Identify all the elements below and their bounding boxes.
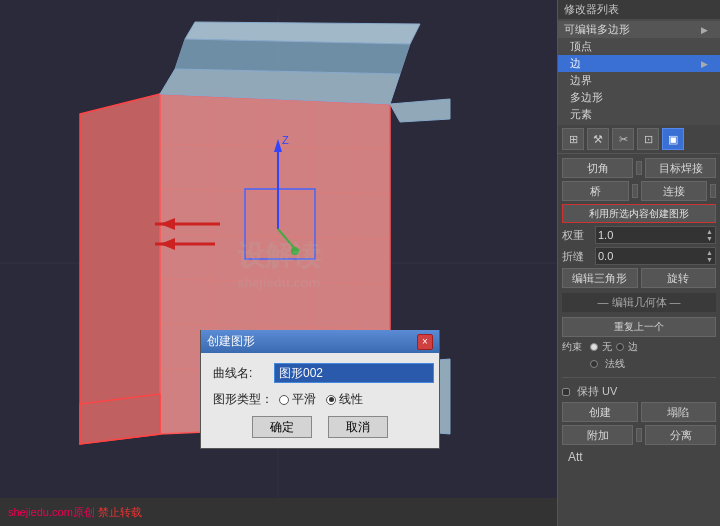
create-button[interactable]: 创建 [562, 402, 638, 422]
bottom-bar: shejiedu.com原创 禁止转载 [0, 498, 557, 526]
ep-header-arrow: ▶ [701, 25, 708, 35]
shape-type-label: 图形类型： [213, 391, 273, 408]
panel-controls: 切角 目标焊接 桥 连接 利用所选内容创建图形 权重 1.0 ▲▼ [558, 154, 720, 526]
radio-smooth[interactable]: 平滑 [279, 391, 316, 408]
ep-edge-arrow: ▶ [701, 59, 708, 69]
crease-label: 折缝 [562, 249, 592, 264]
constraint-face-row: 法线 [562, 357, 716, 371]
crease-spinbox[interactable]: 0.0 ▲▼ [595, 247, 716, 265]
weight-spinbox[interactable]: 1.0 ▲▼ [595, 226, 716, 244]
bottom-bar-text: shejiedu.com原创 禁止转载 [8, 505, 142, 520]
curve-name-row: 曲线名: [213, 363, 427, 383]
divider-1 [562, 377, 716, 378]
weight-row: 权重 1.0 ▲▼ [562, 226, 716, 244]
detach-button[interactable]: 分离 [645, 425, 716, 445]
chamfer-button[interactable]: 切角 [562, 158, 633, 178]
create-collapse-row: 创建 塌陷 [562, 402, 716, 422]
toolbar-icon-3[interactable]: ⊡ [637, 128, 659, 150]
bridge-button[interactable]: 桥 [562, 181, 629, 201]
edit-geometry-section: — 编辑几何体 — [562, 293, 716, 312]
svg-point-24 [291, 247, 299, 255]
dialog-buttons: 确定 取消 [213, 416, 427, 438]
ep-polygon[interactable]: 多边形 [558, 89, 720, 106]
constraint-edge-radio[interactable] [616, 343, 624, 351]
editable-poly-section: 可编辑多边形 ▶ 顶点 边 ▶ 边界 多边形 元素 [558, 19, 720, 125]
constraint-none-radio[interactable] [590, 343, 598, 351]
radio-linear-circle[interactable] [326, 395, 336, 405]
repeat-last-row: 重复上一个 [562, 317, 716, 337]
modifier-list-header: 修改器列表 [558, 0, 720, 19]
create-shape-row: 利用所选内容创建图形 [562, 204, 716, 223]
constraint-label: 约束 [562, 340, 587, 354]
cancel-button[interactable]: 取消 [328, 416, 388, 438]
radio-smooth-circle[interactable] [279, 395, 289, 405]
curve-name-input[interactable] [274, 363, 434, 383]
attach-detach-row: 附加 分离 [562, 425, 716, 445]
weight-spinbox-arrows[interactable]: ▲▼ [706, 228, 713, 242]
collapse-button[interactable]: 塌陷 [641, 402, 717, 422]
bridge-settings[interactable] [632, 184, 638, 198]
attach-settings[interactable] [636, 428, 642, 442]
svg-marker-7 [175, 39, 410, 74]
constraint-options: 无 边 [590, 340, 716, 354]
shape-type-radio-group: 平滑 线性 [279, 391, 363, 408]
att-text: Att [562, 448, 716, 466]
crease-spinbox-arrows[interactable]: ▲▼ [706, 249, 713, 263]
edit-tri-rotate-row: 编辑三角形 旋转 [562, 268, 716, 288]
ep-vertex[interactable]: 顶点 [558, 38, 720, 55]
attach-button[interactable]: 附加 [562, 425, 633, 445]
viewport-background: Z 设解读 shejiedu.com 设解读 shejiedu.co [0, 0, 557, 526]
svg-marker-3 [80, 94, 160, 444]
right-panel: 修改器列表 可编辑多边形 ▶ 顶点 边 ▶ 边界 多边形 元素 ⊞ ⚒ ✂ ⊡ … [557, 0, 720, 526]
connect-button[interactable]: 连接 [641, 181, 708, 201]
toolbar-icon-0[interactable]: ⊞ [562, 128, 584, 150]
toolbar-icon-1[interactable]: ⚒ [587, 128, 609, 150]
crease-row: 折缝 0.0 ▲▼ [562, 247, 716, 265]
chamfer-weld-row: 切角 目标焊接 [562, 158, 716, 178]
preserve-uv-row: 保持 UV [562, 384, 716, 399]
connect-settings[interactable] [710, 184, 716, 198]
dialog-close-button[interactable]: × [417, 334, 433, 350]
preserve-uv-checkbox[interactable] [562, 388, 570, 396]
create-shape-dialog: 创建图形 × 曲线名: 图形类型： 平滑 [200, 330, 440, 449]
constraint-face-radio[interactable] [590, 360, 598, 368]
create-shape-button[interactable]: 利用所选内容创建图形 [562, 204, 716, 223]
chamfer-settings[interactable] [636, 161, 642, 175]
dialog-title: 创建图形 [207, 333, 255, 350]
constraint-row: 约束 无 边 [562, 340, 716, 354]
viewport: Z 设解读 shejiedu.com 设解读 shejiedu.co [0, 0, 557, 526]
ep-border[interactable]: 边界 [558, 72, 720, 89]
curve-name-label: 曲线名: [213, 365, 268, 382]
dialog-titlebar: 创建图形 × [201, 330, 439, 353]
ep-edge[interactable]: 边 ▶ [558, 55, 720, 72]
ep-element[interactable]: 元素 [558, 106, 720, 123]
edit-triangles-button[interactable]: 编辑三角形 [562, 268, 638, 288]
target-weld-button[interactable]: 目标焊接 [645, 158, 716, 178]
toolbar-icon-2[interactable]: ✂ [612, 128, 634, 150]
svg-text:Z: Z [282, 134, 289, 146]
confirm-button[interactable]: 确定 [252, 416, 312, 438]
radio-linear[interactable]: 线性 [326, 391, 363, 408]
toolbar-icon-4[interactable]: ▣ [662, 128, 684, 150]
shape-type-row: 图形类型： 平滑 线性 [213, 391, 427, 408]
repeat-last-button[interactable]: 重复上一个 [562, 317, 716, 337]
ep-header: 可编辑多边形 ▶ [558, 21, 720, 38]
panel-toolbar: ⊞ ⚒ ✂ ⊡ ▣ [558, 125, 720, 154]
bridge-connect-row: 桥 连接 [562, 181, 716, 201]
weight-label: 权重 [562, 228, 592, 243]
rotate-button[interactable]: 旋转 [641, 268, 717, 288]
dialog-body: 曲线名: 图形类型： 平滑 线性 [201, 353, 439, 448]
